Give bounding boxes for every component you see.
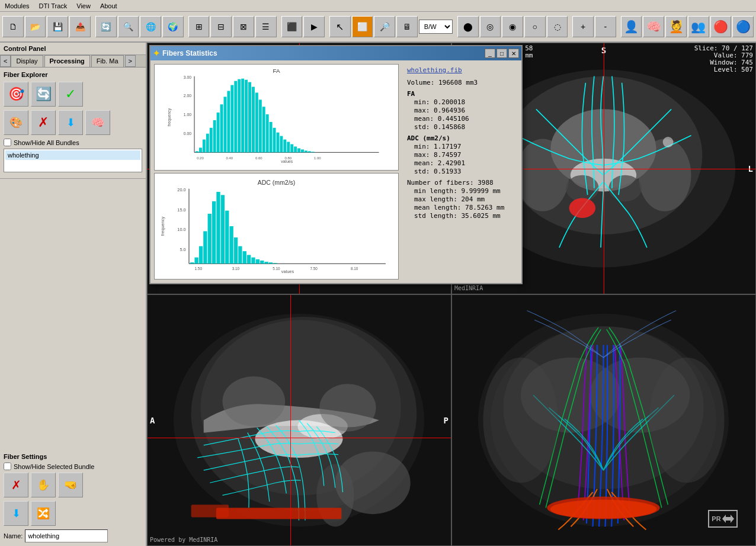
viewport-bottom-right[interactable]: PR	[451, 294, 756, 546]
svg-point-40	[483, 358, 558, 483]
menubar: Modules DTI Track View About	[0, 0, 756, 12]
zoom-button[interactable]: 🔍	[118, 16, 139, 37]
save-button[interactable]: 💾	[47, 16, 68, 37]
circ5-button[interactable]: ◌	[547, 16, 568, 37]
fiber-action-toolbar: 🎨 ✗ ⬇ 🧠	[4, 110, 142, 135]
svg-rect-69	[234, 81, 237, 153]
menu-view[interactable]: View	[72, 1, 95, 11]
svg-text:0.80: 0.80	[285, 156, 292, 160]
fiber-explorer-toolbar: 🎯 🔄 ✓	[4, 82, 142, 107]
svg-rect-123	[260, 261, 264, 264]
export-button[interactable]: 📤	[69, 16, 91, 37]
menu-modules[interactable]: Modules	[0, 1, 34, 11]
svg-rect-87	[297, 148, 300, 152]
cursor-button[interactable]: ↖	[329, 16, 351, 37]
svg-rect-120	[247, 255, 251, 264]
stats-filename[interactable]: wholething.fib	[407, 66, 513, 74]
tab-processing[interactable]: Processing	[44, 55, 90, 67]
svg-rect-121	[251, 258, 255, 264]
viewport-bottom-left[interactable]: A P Powered by MedINRIA	[147, 294, 451, 546]
colormap-select[interactable]: B/W Color	[419, 20, 453, 34]
adc-chart: ADC (mm2/s) 20.0 15.0 10.0 5.0 frequency	[154, 173, 399, 280]
magnify-button[interactable]: 🔎	[374, 16, 395, 37]
svg-rect-75	[255, 92, 258, 152]
rotate-button[interactable]: 🔄	[95, 16, 117, 37]
brain-icon-btn[interactable]: 🧠	[85, 110, 110, 135]
grid4-button[interactable]: ☰	[255, 16, 277, 37]
circ1-button[interactable]: ⬤	[457, 16, 479, 37]
head3-button[interactable]: 💆	[665, 16, 687, 37]
screen-button[interactable]: 🖥	[396, 16, 418, 37]
svg-rect-126	[273, 263, 277, 264]
svg-rect-110	[203, 231, 207, 264]
stats-fibers-count: Number of fibers: 3988	[407, 179, 513, 187]
pan-button[interactable]: 🌐	[140, 16, 161, 37]
stats-minimize-btn[interactable]: _	[485, 49, 495, 58]
svg-rect-116	[229, 226, 233, 264]
svg-rect-86	[294, 146, 297, 152]
tab-fibma[interactable]: Fib. Ma	[91, 55, 124, 67]
pr-badge-text: PR	[712, 515, 720, 522]
show-hide-selected-checkbox[interactable]	[4, 463, 11, 470]
fiber-scatter-btn[interactable]: 🔀	[31, 501, 56, 526]
delete-icon-btn[interactable]: ✗	[31, 110, 56, 135]
nav2-button[interactable]: ▶	[303, 16, 325, 37]
grid2-button[interactable]: ⊟	[210, 16, 232, 37]
grid3-button[interactable]: ⊠	[233, 16, 254, 37]
svg-rect-109	[199, 246, 203, 264]
svg-text:1.00: 1.00	[314, 156, 321, 160]
head6-button[interactable]: 🔵	[732, 16, 754, 37]
fiber-explorer-title: Fiber Explorer	[4, 71, 142, 78]
svg-text:0.20: 0.20	[197, 156, 204, 160]
name-input[interactable]	[25, 529, 108, 542]
fiber-item-wholething[interactable]: wholething	[5, 150, 140, 160]
world-button[interactable]: 🌍	[162, 16, 184, 37]
new-button[interactable]: 🗋	[2, 16, 24, 37]
fiber-settings-toolbar2: ⬇ 🔀	[4, 501, 142, 526]
main-area: Control Panel < Display Processing Fib. …	[0, 43, 756, 546]
nav1-button[interactable]: ⬛	[281, 16, 303, 37]
fiber-down-btn[interactable]: ⬇	[4, 501, 28, 526]
svg-rect-113	[216, 192, 220, 264]
grid1-button[interactable]: ⊞	[188, 16, 210, 37]
refresh-icon-btn[interactable]: 🔄	[31, 82, 56, 107]
svg-text:5.10: 5.10	[273, 266, 280, 271]
svg-rect-58	[196, 151, 198, 152]
color-icon-btn[interactable]: 🎨	[4, 110, 28, 135]
fiber-hand2-btn[interactable]: 🤜	[58, 473, 83, 497]
tab-display[interactable]: Display	[11, 55, 43, 67]
head5-button[interactable]: 🔴	[710, 16, 732, 37]
fiber-delete-btn[interactable]: ✗	[4, 473, 28, 497]
svg-rect-89	[305, 150, 307, 152]
menu-about[interactable]: About	[95, 1, 122, 11]
left-panel: Control Panel < Display Processing Fib. …	[0, 43, 147, 546]
svg-rect-77	[262, 107, 265, 152]
head4-button[interactable]: 👥	[688, 16, 709, 37]
svg-rect-64	[217, 113, 220, 152]
select-button[interactable]: ⬜	[352, 16, 373, 37]
circ3-button[interactable]: ◉	[502, 16, 523, 37]
open-button[interactable]: 📂	[25, 16, 46, 37]
target-icon-btn[interactable]: 🎯	[4, 82, 28, 107]
fiber-hand-btn[interactable]: ✋	[31, 473, 56, 497]
check-icon-btn[interactable]: ✓	[58, 82, 83, 107]
vp-bl-crosshair-h	[148, 438, 451, 438]
tab-next[interactable]: >	[125, 55, 136, 67]
svg-rect-62	[210, 128, 213, 153]
svg-rect-90	[308, 151, 311, 152]
svg-text:values: values	[281, 269, 294, 274]
stats-std-length: std length: 35.6025 mm	[414, 212, 513, 220]
zoom-out-button[interactable]: -	[595, 16, 616, 37]
stats-maximize-btn[interactable]: □	[496, 49, 507, 58]
circ4-button[interactable]: ○	[524, 16, 546, 37]
stats-close-btn[interactable]: ✕	[508, 49, 519, 58]
stats-fa-std: std: 0.145868	[414, 123, 513, 131]
head1-button[interactable]: 👤	[621, 16, 642, 37]
head2-button[interactable]: 🧠	[643, 16, 664, 37]
show-hide-all-checkbox[interactable]	[4, 139, 11, 146]
menu-dti-track[interactable]: DTI Track	[34, 1, 72, 11]
circ2-button[interactable]: ◎	[480, 16, 501, 37]
down-icon-btn[interactable]: ⬇	[58, 110, 83, 135]
tab-prev[interactable]: <	[0, 55, 11, 67]
zoom-in-button[interactable]: +	[572, 16, 594, 37]
